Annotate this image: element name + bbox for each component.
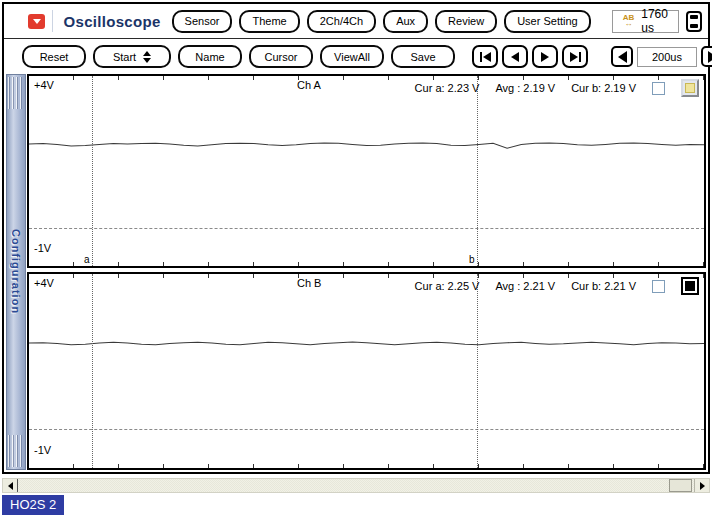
record-navigation	[472, 45, 588, 68]
bottom-voltage-label: -1V	[34, 242, 51, 254]
sensor-tag: HO2S 2	[2, 495, 64, 515]
theme-button[interactable]: Theme	[239, 10, 299, 33]
channel-a-panel: +4V Ch A -1V a b Cur a: 2.23 V Avg : 2.1…	[27, 74, 706, 268]
avg-readout: Avg : 2.19 V	[495, 82, 555, 94]
channel-b-checkbox[interactable]	[652, 280, 665, 293]
step-forward-button[interactable]	[532, 45, 558, 68]
app-logo-dropdown-icon[interactable]	[28, 14, 45, 29]
channel-b-color-swatch-button[interactable]	[681, 277, 699, 295]
horizontal-scrollbar[interactable]	[2, 478, 710, 493]
scrollbar-thumb[interactable]	[669, 479, 692, 492]
channel-b-panel: +4V Ch B -1V Cur a: 2.25 V Avg : 2.21 V …	[27, 272, 706, 470]
cursor-a-readout: Cur a: 2.25 V	[415, 280, 480, 292]
scroll-left-button[interactable]	[3, 479, 18, 492]
start-button-label: Start	[113, 51, 136, 63]
scroll-right-button[interactable]	[694, 479, 709, 492]
oscilloscope-app: Oscilloscope Sensor Theme 2Ch/4Ch Aux Re…	[0, 0, 712, 521]
channel-b-readouts: Cur a: 2.25 V Avg : 2.21 V Cur b: 2.21 V	[415, 277, 699, 295]
cursor-b-line[interactable]	[477, 274, 478, 468]
channel-a-waveform	[29, 76, 704, 266]
timebase-decrease-button[interactable]	[611, 46, 633, 67]
cursor-a-readout: Cur a: 2.23 V	[415, 82, 480, 94]
user-setting-button[interactable]: User Setting	[504, 10, 591, 33]
name-button[interactable]: Name	[178, 45, 242, 68]
separator	[52, 10, 53, 32]
viewall-button[interactable]: ViewAll	[320, 45, 384, 68]
configuration-splitter[interactable]: Configuration	[6, 74, 26, 470]
top-voltage-label: +4V	[34, 277, 54, 289]
avg-readout: Avg : 2.21 V	[495, 280, 555, 292]
channel-mode-button[interactable]: 2Ch/4Ch	[307, 10, 376, 33]
cursor-delta-time-display: 1760 us	[612, 10, 679, 33]
channel-a-color-swatch-button[interactable]	[681, 79, 699, 97]
channel-a-name: Ch A	[297, 79, 321, 91]
app-title: Oscilloscope	[64, 13, 161, 30]
bottom-voltage-label: -1V	[34, 444, 51, 456]
reset-button[interactable]: Reset	[22, 45, 86, 68]
timebase-increase-button[interactable]	[701, 46, 712, 67]
channel-a-readouts: Cur a: 2.23 V Avg : 2.19 V Cur b: 2.19 V	[415, 79, 699, 97]
sensor-button[interactable]: Sensor	[172, 10, 233, 33]
cursor-b-readout: Cur b: 2.21 V	[571, 280, 636, 292]
step-back-button[interactable]	[502, 45, 528, 68]
channel-b-name: Ch B	[297, 277, 321, 289]
top-voltage-label: +4V	[34, 79, 54, 91]
cursor-button[interactable]: Cursor	[249, 45, 313, 68]
toolbar-top: Oscilloscope Sensor Theme 2Ch/4Ch Aux Re…	[4, 4, 708, 39]
start-button[interactable]: Start	[93, 45, 171, 68]
configuration-label: Configuration	[10, 229, 22, 314]
app-window-frame: Oscilloscope Sensor Theme 2Ch/4Ch Aux Re…	[2, 2, 710, 474]
ab-cursor-delta-icon	[623, 15, 635, 27]
delta-time-value: 1760 us	[641, 7, 668, 35]
cursor-a-tag: a	[84, 254, 90, 265]
cursor-b-tag: b	[469, 254, 475, 265]
menu-icon[interactable]	[686, 11, 702, 32]
cursor-b-line[interactable]	[477, 76, 478, 266]
toolbar-bottom: Reset Start Name Cursor ViewAll Save 200…	[4, 40, 708, 73]
skip-to-start-button[interactable]	[472, 45, 498, 68]
channel-a-checkbox[interactable]	[652, 82, 665, 95]
aux-button[interactable]: Aux	[383, 10, 428, 33]
save-button[interactable]: Save	[391, 45, 455, 68]
channel-b-waveform	[29, 274, 704, 468]
review-button[interactable]: Review	[435, 10, 497, 33]
cursor-a-line[interactable]	[92, 76, 93, 266]
cursor-b-readout: Cur b: 2.19 V	[571, 82, 636, 94]
start-spinner-icon	[143, 51, 151, 63]
timebase-value: 200us	[637, 47, 697, 67]
timebase-control: 200us	[611, 46, 712, 67]
skip-to-end-button[interactable]	[562, 45, 588, 68]
cursor-a-line[interactable]	[92, 274, 93, 468]
